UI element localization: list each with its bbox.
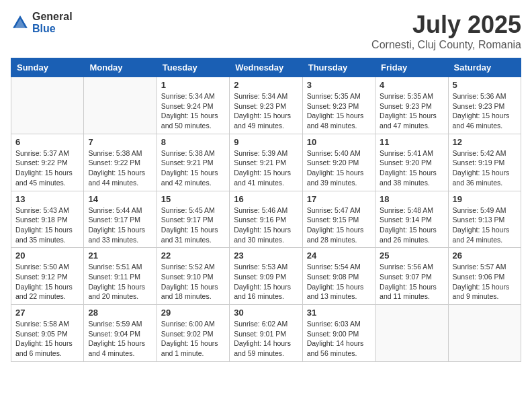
calendar-cell: 2Sunrise: 5:34 AMSunset: 9:23 PMDaylight… <box>230 77 302 134</box>
day-number: 8 <box>161 137 225 147</box>
calendar-week-2: 6Sunrise: 5:37 AMSunset: 9:22 PMDaylight… <box>11 134 521 191</box>
day-number: 25 <box>380 250 443 261</box>
day-detail: Sunrise: 5:37 AMSunset: 9:22 PMDaylight:… <box>15 148 79 188</box>
weekday-header-row: SundayMondayTuesdayWednesdayThursdayFrid… <box>11 58 521 77</box>
calendar-table: SundayMondayTuesdayWednesdayThursdayFrid… <box>11 58 521 362</box>
day-number: 17 <box>307 194 371 204</box>
day-detail: Sunrise: 5:49 AMSunset: 9:13 PMDaylight:… <box>453 205 517 245</box>
calendar-week-5: 27Sunrise: 5:58 AMSunset: 9:05 PMDayligh… <box>11 305 521 362</box>
day-number: 18 <box>380 194 443 204</box>
day-number: 15 <box>161 194 225 204</box>
day-detail: Sunrise: 5:38 AMSunset: 9:21 PMDaylight:… <box>161 148 225 188</box>
day-number: 9 <box>234 137 298 147</box>
day-detail: Sunrise: 5:58 AMSunset: 9:05 PMDaylight:… <box>15 319 79 359</box>
day-number: 4 <box>380 80 443 90</box>
day-detail: Sunrise: 5:45 AMSunset: 9:17 PMDaylight:… <box>161 205 225 245</box>
day-detail: Sunrise: 5:44 AMSunset: 9:17 PMDaylight:… <box>88 205 152 245</box>
calendar-cell: 14Sunrise: 5:44 AMSunset: 9:17 PMDayligh… <box>84 191 157 248</box>
logo: General Blue <box>11 11 73 35</box>
calendar-cell: 5Sunrise: 5:36 AMSunset: 9:23 PMDaylight… <box>448 77 521 134</box>
day-number: 31 <box>307 308 371 318</box>
logo-blue: Blue <box>32 23 56 34</box>
day-number: 13 <box>15 194 79 204</box>
title-section: July 2025 Cornesti, Cluj County, Romania <box>371 11 521 51</box>
calendar-cell: 26Sunrise: 5:57 AMSunset: 9:06 PMDayligh… <box>448 248 521 305</box>
calendar-cell: 1Sunrise: 5:34 AMSunset: 9:24 PMDaylight… <box>157 77 229 134</box>
day-number: 16 <box>234 194 298 204</box>
day-number: 6 <box>15 137 79 147</box>
day-number: 30 <box>234 308 298 318</box>
calendar-cell <box>448 305 521 362</box>
calendar-cell: 20Sunrise: 5:50 AMSunset: 9:12 PMDayligh… <box>11 248 84 305</box>
day-number: 19 <box>453 194 517 204</box>
calendar-cell <box>84 77 157 134</box>
calendar-cell: 24Sunrise: 5:54 AMSunset: 9:08 PMDayligh… <box>302 248 375 305</box>
calendar-cell: 19Sunrise: 5:49 AMSunset: 9:13 PMDayligh… <box>448 191 521 248</box>
day-detail: Sunrise: 5:56 AMSunset: 9:07 PMDaylight:… <box>380 262 443 302</box>
calendar-cell: 7Sunrise: 5:38 AMSunset: 9:22 PMDaylight… <box>84 134 157 191</box>
logo-icon <box>11 13 30 32</box>
day-number: 20 <box>15 250 79 261</box>
day-number: 14 <box>88 194 152 204</box>
location-title: Cornesti, Cluj County, Romania <box>371 39 521 51</box>
page-header: General Blue July 2025 Cornesti, Cluj Co… <box>11 11 521 51</box>
day-detail: Sunrise: 6:02 AMSunset: 9:01 PMDaylight:… <box>234 319 298 359</box>
calendar-cell: 31Sunrise: 6:03 AMSunset: 9:00 PMDayligh… <box>302 305 375 362</box>
calendar-cell: 11Sunrise: 5:41 AMSunset: 9:20 PMDayligh… <box>375 134 448 191</box>
calendar-cell <box>375 305 448 362</box>
day-detail: Sunrise: 5:59 AMSunset: 9:04 PMDaylight:… <box>88 319 152 359</box>
day-number: 28 <box>88 308 152 318</box>
day-detail: Sunrise: 5:36 AMSunset: 9:23 PMDaylight:… <box>453 91 517 131</box>
day-detail: Sunrise: 5:50 AMSunset: 9:12 PMDaylight:… <box>15 262 79 302</box>
day-number: 29 <box>161 308 225 318</box>
day-number: 23 <box>234 250 298 261</box>
day-number: 12 <box>453 137 517 147</box>
calendar-cell: 10Sunrise: 5:40 AMSunset: 9:20 PMDayligh… <box>302 134 375 191</box>
weekday-header-saturday: Saturday <box>448 58 521 77</box>
day-number: 22 <box>161 250 225 261</box>
calendar-cell: 3Sunrise: 5:35 AMSunset: 9:23 PMDaylight… <box>302 77 375 134</box>
day-detail: Sunrise: 5:57 AMSunset: 9:06 PMDaylight:… <box>453 262 517 302</box>
day-detail: Sunrise: 5:40 AMSunset: 9:20 PMDaylight:… <box>307 148 371 188</box>
day-detail: Sunrise: 5:47 AMSunset: 9:15 PMDaylight:… <box>307 205 371 245</box>
calendar-cell: 23Sunrise: 5:53 AMSunset: 9:09 PMDayligh… <box>230 248 302 305</box>
calendar-cell: 6Sunrise: 5:37 AMSunset: 9:22 PMDaylight… <box>11 134 84 191</box>
day-detail: Sunrise: 5:39 AMSunset: 9:21 PMDaylight:… <box>234 148 298 188</box>
day-detail: Sunrise: 5:34 AMSunset: 9:24 PMDaylight:… <box>161 91 225 131</box>
calendar-week-1: 1Sunrise: 5:34 AMSunset: 9:24 PMDaylight… <box>11 77 521 134</box>
day-detail: Sunrise: 5:48 AMSunset: 9:14 PMDaylight:… <box>380 205 443 245</box>
day-detail: Sunrise: 5:35 AMSunset: 9:23 PMDaylight:… <box>307 91 371 131</box>
weekday-header-wednesday: Wednesday <box>230 58 302 77</box>
calendar-cell: 25Sunrise: 5:56 AMSunset: 9:07 PMDayligh… <box>375 248 448 305</box>
day-number: 7 <box>88 137 152 147</box>
day-number: 26 <box>453 250 517 261</box>
weekday-header-monday: Monday <box>84 58 157 77</box>
day-number: 10 <box>307 137 371 147</box>
day-detail: Sunrise: 5:53 AMSunset: 9:09 PMDaylight:… <box>234 262 298 302</box>
day-detail: Sunrise: 5:54 AMSunset: 9:08 PMDaylight:… <box>307 262 371 302</box>
calendar-cell: 13Sunrise: 5:43 AMSunset: 9:18 PMDayligh… <box>11 191 84 248</box>
calendar-week-4: 20Sunrise: 5:50 AMSunset: 9:12 PMDayligh… <box>11 248 521 305</box>
day-number: 1 <box>161 80 225 90</box>
weekday-header-sunday: Sunday <box>11 58 84 77</box>
calendar-cell: 15Sunrise: 5:45 AMSunset: 9:17 PMDayligh… <box>157 191 229 248</box>
day-number: 5 <box>453 80 517 90</box>
day-detail: Sunrise: 5:41 AMSunset: 9:20 PMDaylight:… <box>380 148 443 188</box>
day-number: 2 <box>234 80 298 90</box>
day-detail: Sunrise: 5:42 AMSunset: 9:19 PMDaylight:… <box>453 148 517 188</box>
day-number: 11 <box>380 137 443 147</box>
day-detail: Sunrise: 6:03 AMSunset: 9:00 PMDaylight:… <box>307 319 371 359</box>
calendar-cell: 22Sunrise: 5:52 AMSunset: 9:10 PMDayligh… <box>157 248 229 305</box>
day-detail: Sunrise: 5:35 AMSunset: 9:23 PMDaylight:… <box>380 91 443 131</box>
calendar-cell: 9Sunrise: 5:39 AMSunset: 9:21 PMDaylight… <box>230 134 302 191</box>
calendar-cell: 27Sunrise: 5:58 AMSunset: 9:05 PMDayligh… <box>11 305 84 362</box>
calendar-cell: 18Sunrise: 5:48 AMSunset: 9:14 PMDayligh… <box>375 191 448 248</box>
day-number: 21 <box>88 250 152 261</box>
weekday-header-thursday: Thursday <box>302 58 375 77</box>
day-number: 24 <box>307 250 371 261</box>
day-detail: Sunrise: 5:46 AMSunset: 9:16 PMDaylight:… <box>234 205 298 245</box>
day-detail: Sunrise: 5:52 AMSunset: 9:10 PMDaylight:… <box>161 262 225 302</box>
day-detail: Sunrise: 6:00 AMSunset: 9:02 PMDaylight:… <box>161 319 225 359</box>
calendar-cell: 30Sunrise: 6:02 AMSunset: 9:01 PMDayligh… <box>230 305 302 362</box>
calendar-cell: 28Sunrise: 5:59 AMSunset: 9:04 PMDayligh… <box>84 305 157 362</box>
